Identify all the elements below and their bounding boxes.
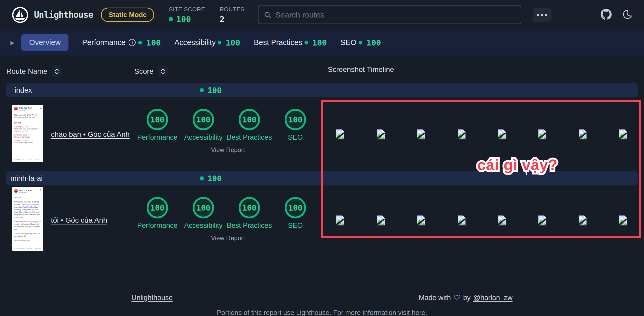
route-link[interactable]: chào bạn • Góc của Anh <box>51 130 130 139</box>
score-seo: 100 SEO <box>272 197 318 230</box>
score-ring: 100 <box>147 109 168 130</box>
tab-seo[interactable]: SEO 100 <box>341 38 381 47</box>
score-ring: 100 <box>147 197 168 218</box>
group-name: _index <box>6 86 134 94</box>
broken-image-icon[interactable] <box>618 129 628 139</box>
author-link[interactable]: @harlan_zw <box>473 294 513 302</box>
broken-image-icon[interactable] <box>376 129 386 139</box>
category-tabs: ▶ Overview Performance ! 100 Accessibili… <box>0 30 644 55</box>
score-accessibility: 100 Accessibility <box>180 109 226 142</box>
site-score-label: SITE SCORE <box>169 6 205 13</box>
tab-accessibility[interactable]: Accessibility 100 <box>174 38 240 47</box>
brand: Unlighthouse <box>12 6 93 24</box>
performance-dot <box>138 41 142 44</box>
route-group-row[interactable]: _index 100 <box>6 83 638 97</box>
here-link[interactable]: here <box>412 309 425 316</box>
view-report-link[interactable]: View Report <box>134 234 321 242</box>
search-box[interactable] <box>258 5 521 24</box>
made-with: Made with ♡ by @harlan_zw <box>419 293 513 302</box>
score-performance: 100 Performance <box>134 197 180 230</box>
view-report-link[interactable]: View Report <box>134 146 321 154</box>
github-link[interactable] <box>601 9 612 21</box>
score-ring: 100 <box>239 109 260 130</box>
routes-stat: ROUTES 2 <box>220 6 245 24</box>
route-link[interactable]: tôi • Góc của Anh <box>51 216 107 224</box>
col-route-name: Route Name <box>6 67 47 76</box>
site-score-value: 100 <box>176 14 191 24</box>
sort-score-button[interactable] <box>158 65 168 77</box>
score-ring: 100 <box>193 109 214 130</box>
route-thumbnail[interactable]: Góc của Anh mình là ai Chào bạn, mình là… <box>12 105 43 162</box>
accessibility-dot <box>218 41 221 44</box>
broken-image-icon[interactable] <box>416 129 426 139</box>
score-ring: 100 <box>285 109 306 130</box>
group-score-value: 100 <box>208 86 222 95</box>
score-accessibility: 100 Accessibility <box>180 197 226 230</box>
broken-image-icon[interactable] <box>497 129 507 139</box>
search-input[interactable] <box>275 10 515 19</box>
sort-route-name-button[interactable] <box>52 65 62 77</box>
app-title: Unlighthouse <box>34 10 93 20</box>
score-ring: 100 <box>239 197 260 218</box>
broken-image-icon[interactable] <box>457 215 466 225</box>
top-header: Unlighthouse Static Mode SITE SCORE 100 … <box>0 0 644 30</box>
score-ring: 100 <box>193 197 214 218</box>
sailboat-logo-icon <box>12 6 29 24</box>
broken-image-icon[interactable] <box>538 215 547 225</box>
mini-search-icon <box>40 107 41 109</box>
unlighthouse-app: Unlighthouse Static Mode SITE SCORE 100 … <box>0 0 644 316</box>
broken-image-icon[interactable] <box>578 129 587 139</box>
broken-image-icon[interactable] <box>578 215 587 225</box>
broken-image-icon[interactable] <box>497 215 507 225</box>
tab-performance[interactable]: Performance ! 100 <box>82 38 161 47</box>
broken-image-icon[interactable] <box>538 129 547 139</box>
github-icon <box>601 9 612 20</box>
score-seo: 100 SEO <box>272 109 318 142</box>
col-screenshot-timeline: Screenshot Timeline <box>328 65 394 74</box>
col-score: Score <box>134 67 153 76</box>
seo-dot <box>359 41 362 44</box>
score-best-practices: 100 Best Practices <box>226 109 272 142</box>
info-icon: ! <box>129 39 136 46</box>
site-score-dot <box>169 17 173 21</box>
broken-image-icon[interactable] <box>618 215 628 225</box>
mini-search-icon <box>40 189 41 191</box>
screenshot-timeline <box>321 97 638 171</box>
collapse-caret-icon[interactable]: ▶ <box>10 40 14 46</box>
search-icon <box>264 11 272 19</box>
broken-image-icon[interactable] <box>416 215 426 225</box>
route-thumbnail[interactable]: Góc của Anh mình là ai Chào bạn, Mình là… <box>12 187 43 251</box>
avatar <box>14 189 18 193</box>
routes-label: ROUTES <box>220 6 245 13</box>
score-performance: 100 Performance <box>134 109 180 142</box>
screenshot-timeline <box>321 185 638 255</box>
score-best-practices: 100 Best Practices <box>226 197 272 230</box>
broken-image-icon[interactable] <box>336 129 345 139</box>
best-practices-dot <box>304 41 308 44</box>
broken-image-icon[interactable] <box>336 215 345 225</box>
group-score-value: 100 <box>208 174 222 183</box>
heart-icon: ♡ <box>453 293 461 302</box>
route-row: Góc của Anh mình là ai Chào bạn, mình là… <box>6 97 638 171</box>
group-name: minh-la-ai <box>6 174 134 183</box>
broken-image-icon[interactable] <box>376 215 386 225</box>
group-score-dot <box>200 176 204 180</box>
broken-image-icon[interactable] <box>457 129 466 139</box>
sort-chevrons-icon <box>55 68 59 75</box>
route-group-row[interactable]: minh-la-ai 100 <box>6 171 638 185</box>
lighthouse-notice: Portions of this report use Lighthouse. … <box>131 309 513 316</box>
unlighthouse-footer-link[interactable]: Unlighthouse <box>131 294 173 302</box>
routes-value: 2 <box>220 14 225 24</box>
theme-toggle-button[interactable] <box>622 9 632 20</box>
site-score-stat: SITE SCORE 100 <box>169 6 205 24</box>
static-mode-badge: Static Mode <box>101 8 154 22</box>
tab-overview[interactable]: Overview <box>21 34 68 51</box>
tab-best-practices[interactable]: Best Practices 100 <box>254 38 327 47</box>
group-score-dot <box>200 88 204 92</box>
more-options-button[interactable] <box>533 8 551 22</box>
table-header-row: Route Name Score Screens <box>6 65 638 83</box>
avatar <box>14 107 18 110</box>
ellipsis-icon <box>537 14 539 16</box>
score-ring: 100 <box>285 197 306 218</box>
page-footer: Unlighthouse Made with ♡ by @harlan_zw P… <box>0 293 644 316</box>
